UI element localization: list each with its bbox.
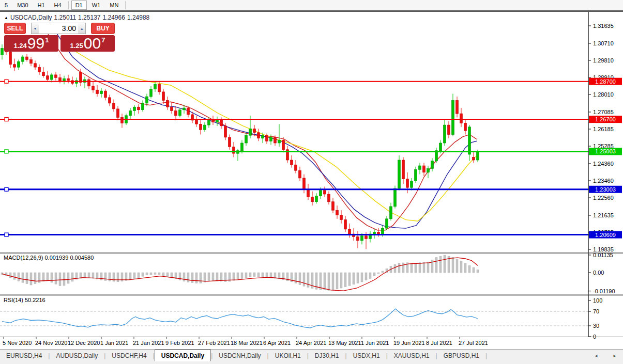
price-level-anchor[interactable] bbox=[5, 80, 8, 83]
candle-body bbox=[386, 219, 388, 228]
price-level-anchor[interactable] bbox=[5, 187, 8, 191]
candle-body bbox=[96, 90, 99, 93]
volume-input[interactable] bbox=[39, 23, 78, 34]
chart-tab-usdcnh-daily[interactable]: USDCNH,Daily bbox=[212, 350, 267, 361]
timeframe-button-w1[interactable]: W1 bbox=[88, 1, 105, 10]
macd-histogram-bar bbox=[171, 273, 173, 278]
candle-body bbox=[257, 133, 260, 138]
price-level-anchor[interactable] bbox=[5, 118, 8, 121]
timeframe-button-5[interactable]: 5 bbox=[1, 1, 12, 10]
candle-body bbox=[13, 65, 16, 68]
chart-tab-usdcad-daily[interactable]: USDCAD,Daily bbox=[155, 350, 211, 361]
chart-tab-usdchf-h4[interactable]: USDCHF,H4 bbox=[105, 350, 153, 361]
macd-histogram-bar bbox=[423, 262, 425, 273]
macd-histogram-bar bbox=[241, 273, 243, 278]
chart-tab-ukoil-h1[interactable]: UKOil,H1 bbox=[269, 350, 307, 361]
chart-tab-eurusd-h4[interactable]: EURUSD,H4 bbox=[0, 350, 48, 361]
macd-histogram-bar bbox=[249, 273, 251, 277]
macd-histogram-bar bbox=[373, 273, 375, 276]
macd-histogram-bar bbox=[158, 273, 160, 275]
candle-body bbox=[42, 72, 45, 75]
candle-body bbox=[427, 169, 430, 172]
macd-tick-label: 0.00 bbox=[593, 270, 604, 276]
macd-histogram-bar bbox=[357, 273, 359, 283]
macd-histogram-bar bbox=[419, 263, 421, 273]
macd-histogram-bar bbox=[340, 273, 342, 288]
candle-body bbox=[55, 75, 57, 78]
chart-tab-dj30-h1[interactable]: DJ30,H1 bbox=[309, 350, 345, 361]
candle-body bbox=[473, 157, 475, 161]
candle-body bbox=[315, 196, 318, 202]
sell-price[interactable]: 1.24 99 1 bbox=[4, 35, 58, 52]
macd-histogram-bar bbox=[303, 273, 305, 286]
candle-body bbox=[229, 137, 231, 147]
macd-histogram-bar bbox=[142, 273, 144, 276]
timeframe-button-h1[interactable]: H1 bbox=[34, 1, 49, 10]
chart-title: ▲USDCAD,Daily1.250111.251371.249661.2498… bbox=[4, 14, 151, 21]
macd-histogram-bar bbox=[245, 273, 247, 278]
timeframe-button-mn[interactable]: MN bbox=[105, 1, 123, 10]
macd-histogram-bar bbox=[369, 273, 371, 278]
price-tick-label: 1.24360 bbox=[593, 161, 614, 167]
macd-histogram-bar bbox=[274, 273, 276, 278]
candle-body bbox=[402, 160, 405, 179]
macd-histogram-bar bbox=[344, 273, 346, 287]
price-level-anchor[interactable] bbox=[5, 150, 8, 153]
macd-histogram-bar bbox=[307, 273, 309, 287]
volume-increase-button[interactable]: ▴ bbox=[78, 23, 86, 34]
date-label: 19 Jun 2021 bbox=[393, 340, 425, 346]
rsi-tick-label: 30 bbox=[593, 323, 599, 329]
price-tick-label: 1.22560 bbox=[593, 195, 614, 201]
price-level-badge-label: 1.26700 bbox=[595, 116, 616, 122]
macd-histogram-bar bbox=[71, 273, 73, 281]
tab-scroll-left-icon[interactable]: ◄ bbox=[594, 354, 598, 358]
tab-scroll-right-icon[interactable]: ► bbox=[613, 354, 617, 358]
chart-tab-gbpusd-h1[interactable]: GBPUSD,H1 bbox=[437, 350, 485, 361]
chart-canvas[interactable]: 1.316351.307101.298101.289101.280101.270… bbox=[0, 0, 623, 349]
sell-button[interactable]: SELL bbox=[4, 23, 26, 34]
macd-histogram-bar bbox=[59, 273, 61, 286]
candle-body bbox=[452, 100, 454, 134]
timeframe-button-m30[interactable]: M30 bbox=[13, 1, 32, 10]
candle-body bbox=[348, 229, 351, 234]
candle-body bbox=[187, 108, 190, 115]
chart-tab-audusd-daily[interactable]: AUDUSD,Daily bbox=[50, 350, 104, 361]
collapse-icon[interactable]: ▲ bbox=[4, 15, 8, 20]
date-label: 1 Jan 2021 bbox=[100, 340, 128, 346]
one-click-trade-panel: SELL ▾ ▴ BUY 1.24 99 1 1.25 00 7 bbox=[4, 23, 115, 52]
date-label: 13 May 2021 bbox=[328, 340, 361, 346]
rsi-label: RSI(14) 50.2216 bbox=[4, 297, 45, 303]
chart-tab-xauusd-h1[interactable]: XAUUSD,H1 bbox=[388, 350, 436, 361]
macd-histogram-bar bbox=[415, 263, 417, 273]
timeframe-button-d1[interactable]: D1 bbox=[71, 1, 87, 10]
candle-body bbox=[336, 210, 339, 215]
macd-label: MACD(12,26,9) 0.001939 0.004580 bbox=[4, 255, 94, 261]
macd-histogram-bar bbox=[51, 273, 53, 282]
buy-price[interactable]: 1.25 00 7 bbox=[60, 35, 115, 52]
candle-body bbox=[67, 78, 70, 81]
timeframe-button-h4[interactable]: H4 bbox=[50, 1, 66, 10]
macd-histogram-bar bbox=[63, 273, 65, 286]
candle-body bbox=[291, 160, 293, 165]
price-level-anchor[interactable] bbox=[5, 233, 8, 236]
candle-body bbox=[431, 161, 434, 169]
macd-histogram-bar bbox=[444, 255, 446, 273]
candle-body bbox=[444, 125, 446, 143]
macd-histogram-bar bbox=[92, 273, 94, 278]
macd-histogram-bar bbox=[212, 273, 214, 280]
price-tick-label: 1.23460 bbox=[593, 178, 614, 184]
candle-body bbox=[278, 140, 281, 144]
candle-body bbox=[80, 72, 82, 82]
candle-body bbox=[9, 52, 12, 65]
candle-body bbox=[398, 160, 401, 188]
macd-histogram-bar bbox=[348, 273, 351, 286]
candle-body bbox=[121, 117, 124, 123]
price-tick-label: 1.29810 bbox=[593, 57, 614, 64]
candle-body bbox=[113, 103, 115, 109]
macd-histogram-bar bbox=[270, 273, 272, 278]
buy-button[interactable]: BUY bbox=[91, 23, 115, 34]
candle-body bbox=[303, 178, 306, 189]
macd-histogram-bar bbox=[22, 273, 24, 282]
chart-tab-usdx-h1[interactable]: USDX,H1 bbox=[347, 350, 386, 361]
volume-decrease-button[interactable]: ▾ bbox=[31, 23, 39, 34]
